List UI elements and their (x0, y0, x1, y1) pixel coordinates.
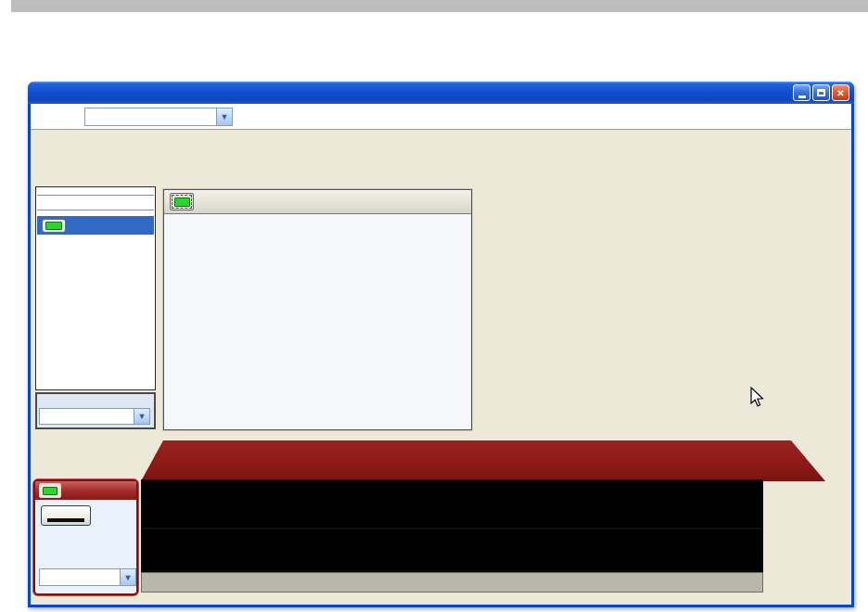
chevron-down-icon[interactable]: ▼ (120, 569, 135, 585)
graphic-settings-panel: ▼ (33, 479, 138, 595)
eq-curve-svg (164, 214, 471, 429)
divider (37, 210, 154, 210)
filters-panel (35, 186, 156, 390)
titlebar-buttons: ✕ (793, 84, 849, 101)
led-on-icon (174, 198, 190, 207)
equalizer-values (141, 572, 763, 593)
graphic-eq-title (36, 196, 155, 210)
filters-title (36, 187, 155, 195)
eq-filters-header (164, 190, 471, 214)
maximize-icon (817, 89, 825, 96)
maximize-button[interactable] (812, 84, 830, 101)
led-on-icon (43, 487, 57, 495)
graphic-panel-header (35, 481, 136, 500)
minimize-button[interactable] (793, 84, 811, 101)
mouse-cursor (747, 387, 768, 409)
chevron-down-icon[interactable]: ▼ (134, 409, 149, 424)
top-gray-bar (11, 0, 868, 12)
enable-button[interactable] (41, 505, 91, 526)
band-label-strip (139, 439, 833, 481)
channel-select[interactable]: ▼ (84, 108, 233, 126)
led-on-icon (45, 222, 62, 230)
eq-response-chart (164, 214, 471, 429)
eq-filters-toggle-button[interactable] (170, 193, 194, 210)
zero-db-line (143, 528, 761, 529)
led-off-icon (47, 518, 84, 523)
edit-eq-window: ✕ ▼ (28, 82, 854, 607)
graphic-eq-item[interactable] (37, 216, 154, 235)
output-eq-type-label (37, 394, 154, 396)
window-titlebar[interactable]: ✕ (28, 82, 854, 104)
close-icon: ✕ (836, 88, 844, 98)
window-client-area: ▼ (31, 130, 851, 605)
close-button[interactable]: ✕ (832, 84, 849, 101)
eq-filters-panel (163, 189, 472, 430)
minimize-icon (798, 96, 806, 98)
type-select[interactable]: ▼ (39, 568, 136, 586)
graphic-toggle-button[interactable] (39, 483, 61, 498)
equalizer-sliders (141, 479, 763, 572)
screen: ✕ ▼ (0, 0, 868, 612)
output-eq-type-select[interactable]: ▼ (39, 408, 150, 425)
graphic-eq-toggle-button[interactable] (42, 219, 66, 233)
chevron-down-icon[interactable]: ▼ (216, 108, 232, 125)
